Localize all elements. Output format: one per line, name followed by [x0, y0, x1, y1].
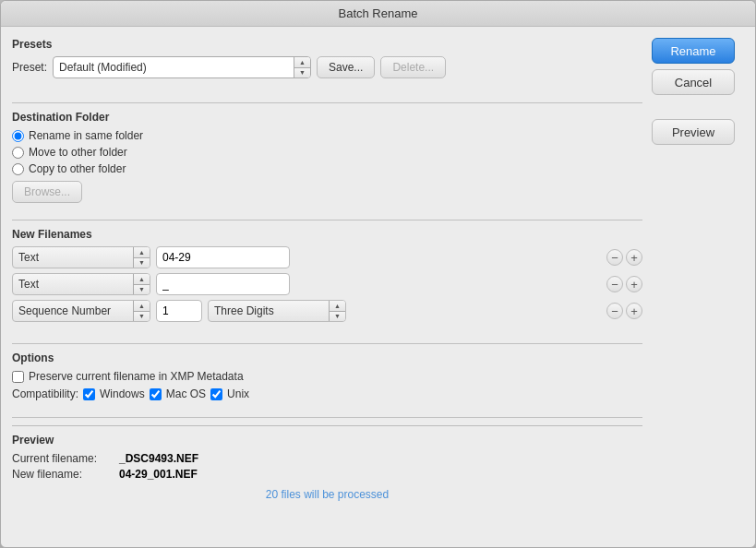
preview-label: Preview: [12, 434, 642, 447]
filenames-section: New Filenames Text Sequence Number Date/…: [12, 228, 642, 327]
compat-row: Compatibility: Windows Mac OS Unix: [12, 387, 642, 400]
radio-move[interactable]: Move to other folder: [12, 146, 642, 159]
files-info: 20 files will be processed: [12, 488, 642, 501]
remove-row-3-button[interactable]: −: [606, 303, 623, 319]
options-label: Options: [12, 351, 642, 364]
mac-label: Mac OS: [166, 387, 206, 400]
compat-label: Compatibility:: [12, 387, 78, 400]
new-filename-key: New filename:: [12, 468, 114, 481]
row-controls-2: − +: [606, 276, 642, 292]
filename-row-3: Text Sequence Number Date/Time Filename …: [12, 300, 642, 322]
add-row-3-button[interactable]: +: [626, 303, 642, 319]
window-title: Batch Rename: [339, 6, 418, 20]
remove-row-1-button[interactable]: −: [606, 249, 623, 266]
radio-move-label: Move to other folder: [29, 146, 127, 159]
current-filename-key: Current filename:: [12, 452, 114, 465]
value-input-1[interactable]: [156, 246, 290, 268]
unix-label: Unix: [227, 387, 249, 400]
type-select-3[interactable]: Text Sequence Number Date/Time Filename: [12, 300, 150, 322]
new-filename-row: New filename: 04-29_001.NEF: [12, 468, 642, 481]
radio-rename-input[interactable]: [12, 130, 24, 142]
radio-rename-label: Rename in same folder: [29, 129, 143, 142]
radio-rename[interactable]: Rename in same folder: [12, 129, 642, 142]
mac-checkbox[interactable]: [150, 388, 162, 400]
save-button[interactable]: Save...: [317, 56, 375, 78]
value-input-3[interactable]: [156, 300, 202, 322]
row-controls-3: − +: [606, 303, 642, 319]
format-select[interactable]: Three Digits Two Digits One Digit Four D…: [208, 300, 346, 322]
divider-3: [12, 343, 642, 344]
add-row-2-button[interactable]: +: [626, 276, 642, 292]
preserve-checkbox-row: Preserve current filename in XMP Metadat…: [12, 370, 642, 383]
value-input-2[interactable]: [156, 273, 290, 295]
row-controls-1: − +: [606, 249, 642, 266]
divider-2: [12, 220, 642, 220]
type-select-1[interactable]: Text Sequence Number Date/Time Filename: [12, 246, 150, 268]
preset-select-wrapper: Default (Modified) ▲ ▼: [53, 56, 311, 78]
radio-copy-input[interactable]: [12, 163, 24, 175]
type-select-wrapper-1: Text Sequence Number Date/Time Filename …: [12, 246, 150, 268]
remove-row-2-button[interactable]: −: [606, 276, 623, 292]
filename-row-2: Text Sequence Number Date/Time Filename …: [12, 273, 642, 295]
format-select-wrapper: Three Digits Two Digits One Digit Four D…: [208, 300, 346, 322]
current-filename-value: _DSC9493.NEF: [119, 452, 198, 465]
title-bar: Batch Rename: [1, 1, 755, 27]
cancel-button[interactable]: Cancel: [652, 69, 735, 95]
options-section: Options Preserve current filename in XMP…: [12, 351, 642, 400]
preview-section: Preview Current filename: _DSC9493.NEF N…: [12, 425, 642, 501]
preset-label-text: Preset:: [12, 61, 47, 74]
rename-button[interactable]: Rename: [652, 38, 735, 64]
radio-copy[interactable]: Copy to other folder: [12, 162, 642, 175]
divider-4: [12, 417, 642, 418]
preview-button[interactable]: Preview: [652, 119, 735, 145]
preserve-checkbox[interactable]: [12, 371, 24, 383]
delete-button[interactable]: Delete...: [380, 56, 446, 78]
batch-rename-window: Batch Rename Presets Preset: Default (Mo…: [0, 0, 756, 548]
divider-1: [12, 102, 642, 103]
right-panel: Rename Cancel Preview: [652, 38, 744, 536]
windows-label: Windows: [100, 387, 145, 400]
content-area: Presets Preset: Default (Modified) ▲ ▼ S…: [1, 27, 755, 547]
type-select-wrapper-2: Text Sequence Number Date/Time Filename …: [12, 273, 150, 295]
radio-move-input[interactable]: [12, 147, 24, 159]
destination-section: Destination Folder Rename in same folder…: [12, 111, 642, 203]
browse-button[interactable]: Browse...: [12, 181, 82, 203]
type-select-wrapper-3: Text Sequence Number Date/Time Filename …: [12, 300, 150, 322]
unix-checkbox[interactable]: [210, 388, 222, 400]
radio-copy-label: Copy to other folder: [29, 162, 126, 175]
type-select-2[interactable]: Text Sequence Number Date/Time Filename: [12, 273, 150, 295]
presets-section: Presets Preset: Default (Modified) ▲ ▼ S…: [12, 38, 642, 86]
destination-radio-group: Rename in same folder Move to other fold…: [12, 129, 642, 175]
preserve-label: Preserve current filename in XMP Metadat…: [29, 370, 244, 383]
presets-row: Preset: Default (Modified) ▲ ▼ Save... D…: [12, 56, 642, 78]
main-panel: Presets Preset: Default (Modified) ▲ ▼ S…: [12, 38, 642, 536]
windows-checkbox[interactable]: [83, 388, 95, 400]
new-filename-value: 04-29_001.NEF: [119, 468, 198, 481]
presets-label: Presets: [12, 38, 642, 51]
destination-label: Destination Folder: [12, 111, 642, 124]
filename-row-1: Text Sequence Number Date/Time Filename …: [12, 246, 642, 268]
filenames-label: New Filenames: [12, 228, 642, 241]
preset-select[interactable]: Default (Modified): [53, 56, 311, 78]
current-filename-row: Current filename: _DSC9493.NEF: [12, 452, 642, 465]
add-row-1-button[interactable]: +: [626, 249, 642, 266]
